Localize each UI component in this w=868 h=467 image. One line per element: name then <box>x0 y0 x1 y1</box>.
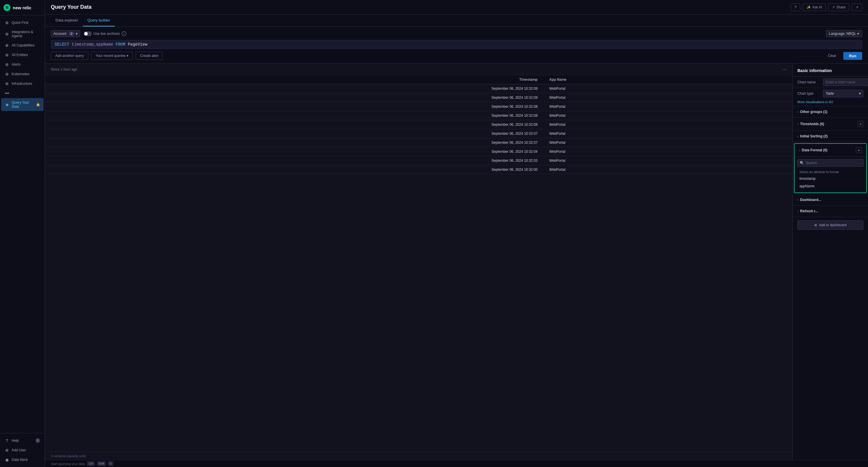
quick-find-icon: ⊕ <box>5 20 9 25</box>
data-format-dropdown: 🔍 Select an attribute to format timestam… <box>795 157 866 192</box>
chevron-right-icon: › <box>798 111 798 114</box>
status-text: Start querying your data <box>51 462 85 466</box>
table-row[interactable]: September 06, 2024 10:32:09 WebPortal <box>45 93 793 102</box>
search-icon: 🔍 <box>800 161 804 165</box>
info-icon[interactable]: i <box>122 31 126 36</box>
cell-timestamp: September 06, 2024 10:32:03 <box>45 156 544 165</box>
table-row[interactable]: September 06, 2024 10:32:08 WebPortal <box>45 111 793 120</box>
table-row[interactable]: September 06, 2024 10:32:09 WebPortal <box>45 84 793 93</box>
thresholds-header[interactable]: › Thresholds (0) + <box>793 118 868 130</box>
help-button[interactable]: ? <box>791 3 800 11</box>
chevron-down-icon: ▾ <box>859 92 861 96</box>
tab-data-explorer[interactable]: Data explorer <box>51 14 83 26</box>
capabilities-icon: ⊕ <box>5 43 9 48</box>
basic-information-title: Basic information <box>793 64 868 77</box>
more-options-icon[interactable]: ⋯ <box>782 66 787 72</box>
sidebar-item-integrations[interactable]: ⊕ Integrations & Agents <box>1 28 43 40</box>
table-row[interactable]: September 06, 2024 10:32:07 WebPortal <box>45 138 793 147</box>
table-row[interactable]: September 06, 2024 10:32:04 WebPortal <box>45 147 793 156</box>
chart-name-section: Chart name <box>793 77 868 88</box>
thresholds-add-button[interactable]: + <box>858 121 863 127</box>
cell-appname: WebPortal <box>544 165 793 174</box>
sidebar-item-query-data[interactable]: ◈ Query Your Data 🔔 <box>1 98 43 111</box>
chevron-right-icon: › <box>798 210 798 213</box>
run-button[interactable]: Run <box>843 52 862 60</box>
query-action-bar: Add another query Your recent queries ▾ … <box>51 52 862 60</box>
add-query-button[interactable]: Add another query <box>51 52 88 60</box>
cell-appname: WebPortal <box>544 129 793 138</box>
recent-queries-button[interactable]: Your recent queries ▾ <box>91 52 133 60</box>
cell-timestamp: September 06, 2024 10:32:08 <box>45 102 544 111</box>
live-archives-toggle[interactable] <box>84 31 92 36</box>
column-header-timestamp: Timestamp <box>45 75 544 84</box>
table-container: Timestamp App Name September 06, 2024 10… <box>45 75 793 452</box>
other-groups-header[interactable]: › Other groups (1) <box>793 106 868 117</box>
select-keyword: SELECT <box>55 42 69 47</box>
more-visualizations-link[interactable]: More visualizations in I/O <box>793 99 868 106</box>
table-row[interactable]: September 06, 2024 10:32:08 WebPortal <box>45 102 793 111</box>
sidebar: N new relic ⊕ Quick Find ⊕ Integrations … <box>0 0 45 467</box>
create-alert-button[interactable]: Create alert <box>136 52 163 60</box>
cell-appname: WebPortal <box>544 138 793 147</box>
sidebar-item-help[interactable]: ? Help 5 <box>1 436 43 445</box>
sidebar-item-data-nerd[interactable]: ◉ Data Nerd <box>1 455 43 464</box>
dashboards-header[interactable]: › Dashboard... <box>793 194 868 205</box>
language-selector[interactable]: Language: NRQL ▾ <box>826 30 862 37</box>
more-icon: ••• <box>5 91 9 96</box>
attribute-option-timestamp[interactable]: timestamp <box>797 175 864 182</box>
dashboard-add-icon: ⊕ <box>814 223 817 227</box>
data-format-header[interactable]: › Data Format (0) + <box>795 144 866 157</box>
logo-icon: N <box>3 4 10 11</box>
sidebar-item-label: All Entities <box>11 53 28 57</box>
sidebar-item-more[interactable]: ••• <box>1 89 43 98</box>
external-link-button[interactable]: ↗ <box>852 3 862 11</box>
help-icon: ? <box>5 438 9 443</box>
sidebar-item-infrastructure[interactable]: ⊕ Infrastructure <box>1 79 43 88</box>
chart-type-selector[interactable]: Table ▾ <box>823 90 863 97</box>
data-format-add-button[interactable]: + <box>856 147 862 153</box>
query-fields: timestamp,appName <box>72 42 113 47</box>
table-row[interactable]: September 06, 2024 10:32:00 WebPortal <box>45 165 793 174</box>
attribute-option-appname[interactable]: appName <box>797 182 864 190</box>
add-to-dashboard-button[interactable]: ⊕ Add to dashboard <box>798 220 863 230</box>
attribute-search-input[interactable] <box>806 161 861 165</box>
column-header-appname: App Name <box>544 75 793 84</box>
account-selector[interactable]: Account: 2 ▾ <box>51 30 80 37</box>
integrations-icon: ⊕ <box>5 32 9 36</box>
initial-sorting-header[interactable]: › Initial Sorting (2) <box>793 131 868 142</box>
sidebar-item-quick-find[interactable]: ⊕ Quick Find <box>1 18 43 27</box>
sidebar-item-add-user[interactable]: ⊕ Add User <box>1 445 43 455</box>
cell-timestamp: September 06, 2024 10:32:08 <box>45 111 544 120</box>
tab-query-builder[interactable]: Query builder <box>83 14 115 26</box>
cell-timestamp: September 06, 2024 10:32:08 <box>45 120 544 129</box>
compute-units-label: 0 compute capacity units <box>51 454 86 458</box>
chart-name-input[interactable] <box>823 79 868 86</box>
share-button[interactable]: ↗ Share <box>828 3 849 11</box>
ask-ai-button[interactable]: ✨ Ask AI <box>803 3 826 11</box>
chevron-right-icon: › <box>798 123 798 126</box>
sidebar-item-entities[interactable]: ⊕ All Entities <box>1 50 43 60</box>
table-row[interactable]: September 06, 2024 10:32:08 WebPortal <box>45 120 793 129</box>
sidebar-item-kubernetes[interactable]: ⊕ Kubernetes <box>1 69 43 79</box>
refresh-header[interactable]: › Refresh r... <box>793 206 868 217</box>
clear-button[interactable]: Clear <box>824 52 840 60</box>
results-table: Timestamp App Name September 06, 2024 10… <box>45 75 793 174</box>
cell-appname: WebPortal <box>544 156 793 165</box>
chevron-right-icon: › <box>798 135 798 138</box>
results-header: Since 1 hour ago ⋯ <box>45 64 793 75</box>
logo: N new relic <box>0 0 45 15</box>
results-footer: 0 compute capacity units <box>45 452 793 460</box>
sidebar-item-alerts[interactable]: ⊕ Alerts <box>1 60 43 69</box>
query-input[interactable]: SELECT timestamp,appName FROM PageView <box>51 40 862 49</box>
other-groups-section: › Other groups (1) <box>793 106 868 118</box>
table-row[interactable]: September 06, 2024 10:32:03 WebPortal <box>45 156 793 165</box>
chart-type-value: Table <box>826 92 834 96</box>
notification-bell-icon[interactable]: 🔔 <box>36 102 40 107</box>
sidebar-item-label: Data Nerd <box>11 458 28 462</box>
entities-icon: ⊕ <box>5 53 9 57</box>
main-content: Query Your Data ? ✨ Ask AI ↗ Share ↗ Dat… <box>45 0 868 467</box>
sidebar-nav: ⊕ Quick Find ⊕ Integrations & Agents ⊕ A… <box>0 15 45 433</box>
table-row[interactable]: September 06, 2024 10:32:07 WebPortal <box>45 129 793 138</box>
results-panel: Since 1 hour ago ⋯ Timestamp App Name Se… <box>45 64 793 460</box>
sidebar-item-capabilities[interactable]: ⊕ All Capabilities <box>1 41 43 50</box>
